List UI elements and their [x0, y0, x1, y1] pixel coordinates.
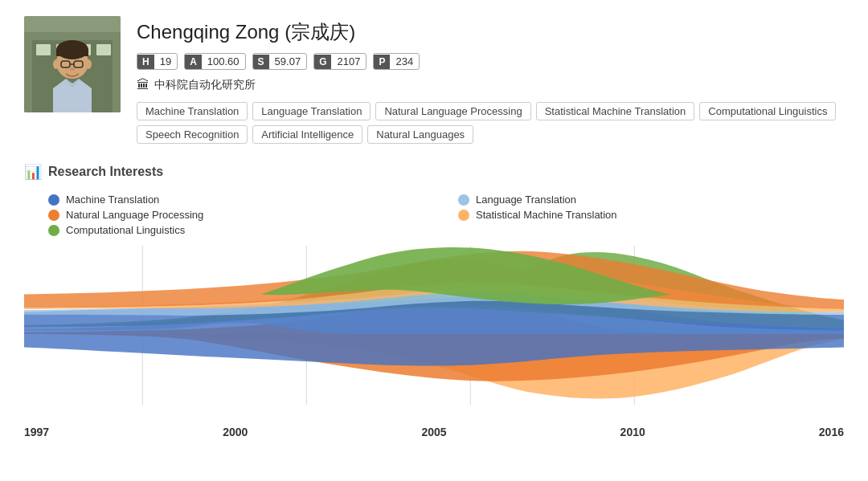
- research-chart: [24, 246, 844, 422]
- year-2005: 2005: [421, 426, 446, 438]
- metric-a: A 100.60: [184, 53, 245, 70]
- legend-computational-linguistics: Computational Linguistics: [48, 224, 434, 236]
- svg-rect-3: [36, 44, 51, 55]
- legend-nlp: Natural Language Processing: [48, 209, 434, 221]
- svg-point-14: [53, 59, 59, 69]
- research-section: 📊 Research Interests Machine Translation…: [24, 163, 844, 438]
- svg-rect-6: [96, 44, 111, 55]
- metric-g: G 2107: [313, 53, 366, 70]
- chart-legend: Machine Translation Language Translation…: [24, 194, 844, 236]
- research-title: Research Interests: [48, 165, 163, 179]
- metric-h-value: 19: [154, 54, 177, 69]
- tag-computational-linguistics[interactable]: Computational Linguistics: [699, 102, 836, 120]
- tag-speech-recognition[interactable]: Speech Recognition: [137, 125, 248, 144]
- tags-row: Machine Translation Language Translation…: [137, 102, 844, 144]
- tag-language-translation[interactable]: Language Translation: [252, 102, 371, 120]
- metric-s-label: S: [253, 55, 269, 69]
- tag-artificial-intelligence[interactable]: Artificial Intelligence: [252, 125, 362, 144]
- legend-dot-mt: [48, 194, 59, 206]
- metric-s: S 59.07: [252, 53, 308, 70]
- legend-dot-cl: [48, 225, 59, 236]
- metric-a-label: A: [185, 55, 202, 69]
- profile-name: Chengqing Zong (宗成庆): [137, 19, 844, 45]
- metric-h-label: H: [137, 55, 154, 69]
- tag-machine-translation[interactable]: Machine Translation: [137, 102, 248, 120]
- tag-natural-languages[interactable]: Natural Languages: [367, 125, 473, 144]
- metric-h: H 19: [137, 53, 178, 70]
- profile-info: Chengqing Zong (宗成庆) H 19 A 100.60 S 59.…: [137, 16, 844, 144]
- institution-row: 🏛 中科院自动化研究所: [137, 78, 844, 92]
- institution-icon: 🏛: [137, 78, 149, 92]
- metric-g-value: 2107: [331, 54, 366, 69]
- metric-p: P 234: [373, 53, 420, 70]
- metric-p-label: P: [374, 55, 390, 69]
- tag-statistical-mt[interactable]: Statistical Machine Translation: [536, 102, 695, 120]
- svg-point-13: [70, 67, 75, 71]
- legend-label-smt: Statistical Machine Translation: [476, 209, 617, 221]
- avatar: [24, 16, 121, 112]
- legend-dot-lt: [458, 194, 469, 206]
- legend-statistical-mt: Statistical Machine Translation: [458, 209, 844, 221]
- tag-nlp[interactable]: Natural Language Processing: [375, 102, 530, 120]
- section-title: 📊 Research Interests: [24, 163, 844, 181]
- metrics-row: H 19 A 100.60 S 59.07 G 2107 P 234: [137, 53, 844, 70]
- legend-label-mt: Machine Translation: [66, 194, 159, 206]
- institution-name: 中科院自动化研究所: [154, 78, 256, 92]
- legend-label-lt: Language Translation: [476, 194, 576, 206]
- metric-g-label: G: [314, 55, 331, 69]
- legend-label-nlp: Natural Language Processing: [66, 209, 203, 221]
- profile-section: Chengqing Zong (宗成庆) H 19 A 100.60 S 59.…: [24, 16, 844, 144]
- metric-s-value: 59.07: [269, 54, 307, 69]
- legend-label-cl: Computational Linguistics: [66, 224, 185, 236]
- chart-icon: 📊: [24, 163, 42, 181]
- year-labels: 1997 2000 2005 2010 2016: [24, 422, 844, 438]
- year-2000: 2000: [223, 426, 248, 438]
- svg-rect-9: [56, 50, 88, 56]
- year-1997: 1997: [24, 426, 49, 438]
- legend-dot-smt: [458, 210, 469, 221]
- legend-machine-translation: Machine Translation: [48, 194, 434, 206]
- metric-p-value: 234: [390, 54, 419, 69]
- year-2010: 2010: [620, 426, 645, 438]
- legend-language-translation: Language Translation: [458, 194, 844, 206]
- year-2016: 2016: [819, 426, 844, 438]
- legend-dot-nlp: [48, 210, 59, 221]
- metric-a-value: 100.60: [202, 54, 245, 69]
- svg-point-15: [85, 59, 92, 69]
